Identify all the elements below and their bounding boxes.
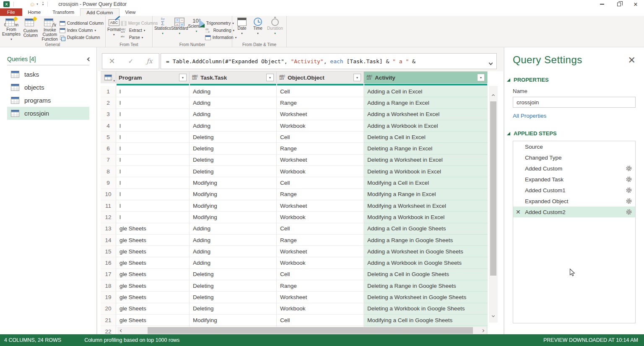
cell-program[interactable]: l [116,109,190,120]
cell-activity[interactable]: Deleting a Cell in Google Sheets [364,269,488,280]
column-header-object[interactable]: ABC123 Object.Object ▼ [277,72,364,83]
ribbon-tab[interactable]: Add Column [80,8,119,16]
cell-object[interactable]: Workbook [277,257,364,269]
step-settings-gear-icon[interactable] [626,209,632,215]
row-number[interactable]: 11 [101,200,116,212]
cell-activity[interactable]: Deleting a Range in Excel [364,143,488,154]
scroll-left-icon[interactable] [117,330,125,332]
close-settings-icon[interactable]: ✕ [628,56,636,65]
cell-activity[interactable]: Adding a Workbook in Excel [364,120,488,132]
invoke-custom-function-button[interactable]: ƒx Invoke Custom Function [40,17,60,41]
filter-dropdown-icon[interactable]: ▼ [266,74,274,81]
cell-program[interactable]: l [116,212,190,223]
cell-object[interactable]: Cell [277,86,364,97]
cell-program[interactable]: l [116,143,190,154]
standard-button[interactable]: +−÷× Standard▾ [171,17,188,41]
cell-task[interactable]: Adding [190,120,277,132]
cell-program[interactable]: l [116,132,190,143]
cell-object[interactable]: Range [277,97,364,108]
column-from-examples-button[interactable]: Column From Examples ▾ [2,17,21,41]
ribbon-tab[interactable]: Home [22,8,47,16]
cell-activity[interactable]: Adding a Cell in Excel [364,86,488,97]
cell-program[interactable]: gle Sheets [116,235,190,246]
cell-object[interactable]: Cell [277,315,364,326]
cell-activity[interactable]: Modifying a Cell in Google Sheets [364,315,488,326]
row-number[interactable]: 3 [101,109,116,120]
row-number[interactable]: 12 [101,212,116,223]
cell-activity[interactable]: Deleting a Workbook in Google Sheets [364,303,488,315]
column-header-activity[interactable]: ABC123 Activity ▼ [364,72,488,83]
horizontal-scroll-thumb[interactable] [148,327,473,334]
cell-task[interactable]: Deleting [190,269,277,280]
rounding-button[interactable]: .00→.0 Rounding▾ [205,27,237,34]
cell-task[interactable]: Adding [190,246,277,257]
cell-task[interactable]: Deleting [190,292,277,303]
applied-step[interactable]: ✕ Changed Type [513,152,635,163]
properties-section-header[interactable]: PROPERTIES [513,77,636,83]
cell-object[interactable]: Cell [277,269,364,280]
row-number[interactable]: 5 [101,132,116,143]
formula-expand-icon[interactable] [489,59,492,66]
cell-program[interactable]: l [116,166,190,177]
cell-program[interactable]: l [116,86,190,97]
cell-object[interactable]: Range [277,235,364,246]
cell-task[interactable]: Adding [190,86,277,97]
vertical-scrollbar[interactable] [489,86,498,323]
cell-activity[interactable]: Modifying a Cell in Excel [364,177,488,188]
filter-dropdown-icon[interactable]: ▼ [179,74,187,81]
cell-task[interactable]: Modifying [190,177,277,188]
custom-column-button[interactable]: Custom Column [21,17,40,41]
cell-task[interactable]: Deleting [190,166,277,177]
cell-program[interactable]: gle Sheets [116,223,190,235]
cell-activity[interactable]: Deleting a Worksheet in Excel [364,155,488,166]
restore-button[interactable] [610,0,627,8]
cell-activity[interactable]: Adding a Worksheet in Google Sheets [364,246,488,257]
feedback-smiley-icon[interactable]: ☺ [29,1,35,7]
collapse-queries-panel-icon[interactable] [87,57,91,61]
cell-object[interactable]: Worksheet [277,292,364,303]
formula-accept-icon[interactable]: ✓ [128,57,134,65]
cell-object[interactable]: Range [277,280,364,292]
extract-button[interactable]: ABC123 Extract▾ [121,27,158,34]
query-name-input[interactable] [513,97,636,108]
row-number[interactable]: 7 [101,155,116,166]
cell-object[interactable]: Cell [277,132,364,143]
cell-task[interactable]: Modifying [190,200,277,212]
cell-object[interactable]: Workbook [277,303,364,315]
cell-program[interactable]: l [116,200,190,212]
cell-task[interactable]: Deleting [190,143,277,154]
cell-program[interactable]: gle Sheets [116,269,190,280]
cell-object[interactable]: Workbook [277,166,364,177]
cell-task[interactable]: Deleting [190,280,277,292]
index-column-button[interactable]: Index Column▾ [60,27,104,34]
information-button[interactable]: Information▾ [205,34,237,41]
cell-object[interactable]: Worksheet [277,155,364,166]
cell-object[interactable]: Workbook [277,120,364,132]
cell-program[interactable]: gle Sheets [116,303,190,315]
row-number[interactable]: 15 [101,246,116,257]
cell-object[interactable]: Worksheet [277,246,364,257]
row-number[interactable]: 4 [101,120,116,132]
step-settings-gear-icon[interactable] [626,187,632,193]
cell-object[interactable]: Range [277,143,364,154]
row-number[interactable]: 16 [101,257,116,269]
cell-object[interactable]: Cell [277,177,364,188]
applied-steps-section-header[interactable]: APPLIED STEPS [513,130,636,137]
filter-dropdown-icon[interactable]: ▼ [353,74,361,81]
query-list-item[interactable]: crossjoin [7,107,89,120]
applied-step[interactable]: ✕ Added Custom [513,163,635,174]
cell-activity[interactable]: Deleting a Range in Google Sheets [364,280,488,292]
scroll-up-icon[interactable] [489,91,498,100]
date-button[interactable]: Date▾ [234,17,250,41]
format-button[interactable]: ABC Format▾ [107,17,121,41]
cell-object[interactable]: Range [277,189,364,200]
column-type-icon[interactable]: ABC123 [192,75,199,80]
cell-program[interactable]: gle Sheets [116,292,190,303]
column-type-icon[interactable]: ABC123 [366,75,373,80]
column-header-program[interactable]: Program ▼ [116,72,190,83]
cell-object[interactable]: Cell [277,223,364,235]
horizontal-scrollbar[interactable] [117,327,486,334]
cell-object[interactable]: Worksheet [277,200,364,212]
cell-program[interactable]: gle Sheets [116,257,190,269]
row-number[interactable]: 14 [101,235,116,246]
